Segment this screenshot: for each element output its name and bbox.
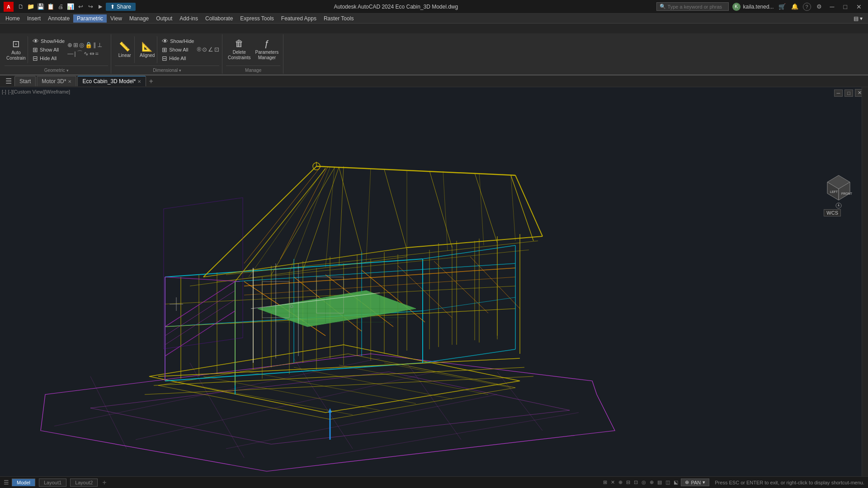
search-input[interactable] — [668, 4, 722, 9]
add-tab-button[interactable]: + — [147, 76, 155, 86]
workspace-label[interactable]: ▤ ▾ — [850, 14, 866, 23]
horizontal-icon[interactable]: ― — [67, 50, 73, 57]
coincident-icon[interactable]: ⊕ — [67, 42, 72, 48]
menu-manage[interactable]: Manage — [126, 14, 152, 23]
pan-selector[interactable]: ⊕ PAN ▾ — [681, 479, 709, 486]
show-hide-dim-button[interactable]: 👁 Show/Hide — [160, 37, 196, 45]
show-all-geo-button[interactable]: ⊞ Show All — [31, 46, 66, 54]
add-layout-button[interactable]: + — [100, 479, 108, 487]
workspace-selector[interactable]: ▤ ▾ — [850, 14, 866, 23]
otrack-icon[interactable]: ⊕ — [649, 479, 655, 485]
vertical-scrollbar[interactable] — [862, 87, 868, 476]
hide-all-dim-button[interactable]: ⊟ Hide All — [160, 54, 196, 62]
settings-gear-icon[interactable]: ⚙ — [815, 2, 824, 11]
delete-constraints-button[interactable]: 🗑 DeleteConstraints — [226, 36, 253, 63]
menu-addins[interactable]: Add-ins — [176, 14, 202, 23]
viewport[interactable]: [-] [-][Custom View][Wireframe] ─ □ ✕ — [0, 87, 868, 476]
osnap-icon[interactable]: ◎ — [641, 479, 647, 485]
form-icon[interactable]: ⊡ — [214, 46, 219, 53]
cart-icon[interactable]: 🛒 — [778, 2, 787, 11]
print-btn[interactable]: 🖨 — [56, 2, 65, 11]
diameter-icon[interactable]: ⊙ — [202, 46, 207, 53]
perpendicular-icon[interactable]: ⊥ — [97, 42, 102, 48]
grid-icon[interactable]: ⊞ — [602, 479, 608, 485]
close-motor3d-icon[interactable]: ✕ — [68, 79, 71, 84]
doc-tab-motor3d[interactable]: Motor 3D* ✕ — [37, 76, 76, 86]
bell-icon[interactable]: 🔔 — [790, 2, 799, 11]
auto-constrain-button[interactable]: ⊡ AutoConstrain — [5, 36, 28, 63]
angle-icon[interactable]: ∠ — [208, 46, 213, 53]
close-button[interactable]: ✕ — [854, 2, 864, 11]
lineweight-icon[interactable]: ▤ — [656, 479, 663, 485]
ribbon-group-manage: 🗑 DeleteConstraints ƒ ParametersManager … — [223, 34, 283, 74]
model-tab[interactable]: Model — [12, 479, 35, 486]
show-all-dim-button[interactable]: ⊞ Show All — [160, 46, 196, 54]
menu-insert[interactable]: Insert — [24, 14, 44, 23]
menu-parametric[interactable]: Parametric — [73, 14, 107, 23]
delete-constraints-icon: 🗑 — [235, 38, 244, 49]
parallel-icon[interactable]: ∥ — [93, 42, 96, 48]
snap-close-icon[interactable]: ✕ — [610, 479, 616, 485]
colinear-icon[interactable]: ⊞ — [73, 42, 78, 48]
3d-viewport-canvas[interactable] — [0, 87, 868, 476]
help-icon[interactable]: ? — [803, 3, 811, 11]
plot-btn[interactable]: 📊 — [66, 2, 75, 11]
fixed-icon[interactable]: 🔒 — [85, 42, 92, 48]
save-as-btn[interactable]: 📋 — [46, 2, 55, 11]
window-title: Autodesk AutoCAD 2024 Eco Cabin_3D Model… — [136, 4, 656, 10]
radius-icon[interactable]: ® — [197, 46, 201, 53]
layout1-tab[interactable]: Layout1 — [39, 479, 66, 487]
doc-tab-start[interactable]: Start — [14, 76, 36, 86]
undo-btn[interactable]: ↩ — [76, 2, 85, 11]
close-ecocabin-icon[interactable]: ✕ — [137, 79, 141, 84]
new-btn[interactable]: 🗋 — [16, 2, 25, 11]
aligned-button[interactable]: 📐 Aligned — [137, 36, 157, 63]
user-area[interactable]: K kaila.tened... — [732, 3, 774, 11]
hide-all-geo-button[interactable]: ⊟ Hide All — [31, 54, 66, 62]
viewport-minimize-btn[interactable]: ─ — [834, 89, 843, 97]
maximize-button[interactable]: □ — [841, 2, 850, 11]
snap-icon[interactable]: ⊕ — [618, 479, 623, 485]
menu-collaborate[interactable]: Collaborate — [202, 14, 236, 23]
menu-annotate[interactable]: Annotate — [44, 14, 73, 23]
linear-button[interactable]: 📏 Linear — [115, 36, 135, 63]
concentric-icon[interactable]: ◎ — [79, 42, 84, 48]
selection-icon[interactable]: ⬕ — [673, 479, 679, 485]
smooth-icon[interactable]: ∿ — [84, 50, 89, 57]
layout2-tab[interactable]: Layout2 — [70, 479, 98, 487]
share-icon-btn[interactable]: ▶ — [96, 2, 105, 11]
menu-raster-tools[interactable]: Raster Tools — [320, 14, 357, 23]
open-btn[interactable]: 📁 — [26, 2, 35, 11]
show-hide-geo-button[interactable]: 👁 Show/Hide — [31, 37, 66, 45]
hamburger-menu-icon[interactable]: ☰ — [4, 479, 9, 486]
viewcube[interactable]: LEFT FRONT — [818, 169, 859, 211]
share-button[interactable]: ⬆ Share — [106, 3, 136, 11]
redo-btn[interactable]: ↪ — [86, 2, 95, 11]
equal-icon[interactable]: = — [95, 50, 99, 57]
menu-output[interactable]: Output — [152, 14, 176, 23]
menu-featured-apps[interactable]: Featured Apps — [278, 14, 320, 23]
viewport-maximize-btn[interactable]: □ — [844, 89, 853, 97]
viewport-menu-icon[interactable]: [-] — [2, 89, 6, 94]
vertical-icon[interactable]: | — [74, 50, 75, 57]
tangent-icon[interactable]: ⌒ — [77, 49, 83, 57]
parameters-label: ParametersManager — [255, 50, 279, 61]
menu-view[interactable]: View — [107, 14, 126, 23]
viewcube-svg[interactable]: LEFT FRONT — [818, 169, 859, 209]
search-bar[interactable]: 🔍 — [656, 2, 729, 11]
polar-icon[interactable]: ⊡ — [633, 479, 639, 485]
tab-menu-icon[interactable]: ☰ — [4, 76, 14, 86]
save-btn[interactable]: 💾 — [36, 2, 45, 11]
menu-express-tools[interactable]: Express Tools — [236, 14, 277, 23]
doc-tab-ecocabin[interactable]: Eco Cabin_3D Model* ✕ — [77, 76, 146, 86]
svg-marker-138 — [838, 203, 840, 206]
menu-home[interactable]: Home — [2, 14, 24, 23]
ribbon-tab-bar — [0, 23, 868, 33]
minimize-button[interactable]: ─ — [827, 2, 837, 11]
ortho-icon[interactable]: ⊟ — [625, 479, 631, 485]
show-hide-geo-label: Show/Hide — [41, 38, 65, 44]
share-label: Share — [117, 4, 131, 10]
symmetric-icon[interactable]: ⇔ — [90, 50, 94, 57]
parameters-manager-button[interactable]: ƒ ParametersManager — [254, 36, 281, 63]
transparency-icon[interactable]: ◫ — [665, 479, 671, 485]
